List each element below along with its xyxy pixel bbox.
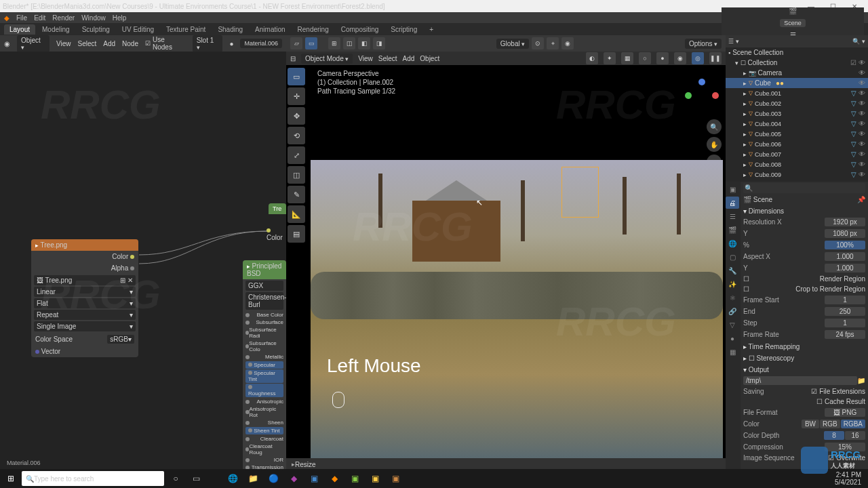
ptab-output-icon[interactable]: 🖨 [726,197,739,209]
viewport-canvas[interactable]: ▭ ✛ ✥ ⟲ ⤢ ◫ ✎ 📐 ▤ Camera Perspective (1)… [286,65,726,458]
ptab-texture-icon[interactable]: ▦ [726,346,739,358]
frame-start-input[interactable]: 1 [825,296,865,304]
menu-edit[interactable]: Edit [34,14,45,22]
shade-solid-icon[interactable]: ● [656,52,669,64]
snap-icon[interactable]: ⊞ [328,37,340,49]
taskbar-clock[interactable]: 2:41 PM 5/4/2021 [835,471,865,486]
orientation-dropdown[interactable]: Global ▾ [496,39,529,49]
bsdf-socket[interactable]: IOR [243,456,286,464]
file-ext-check[interactable]: ☑ File Extensions [811,388,865,395]
cache-result-check[interactable]: ☐ Cache Result [816,398,865,405]
image-selector[interactable]: 🖼 Tree.png⊞ ✕ [34,275,136,285]
bsdf-socket[interactable]: Specular Tint [245,369,283,383]
bsdf-sss-method[interactable]: Christensen-Burl [245,292,283,310]
add-tool[interactable]: ▤ [288,225,305,243]
ptab-material-icon[interactable]: ● [726,332,739,344]
menu-file[interactable]: File [16,14,27,22]
frame-rate-input[interactable]: 24 fps [825,330,865,339]
tab-modeling[interactable]: Modeling [37,24,75,35]
outliner-item[interactable]: ▸ ▽ Cube.005▽ 👁 [726,129,868,139]
nav-gizmo[interactable] [685,79,719,113]
start-button[interactable]: ⊞ [3,470,19,487]
ptab-modifier-icon[interactable]: 🔧 [726,264,739,277]
proportional-icon[interactable]: ◉ [561,37,574,49]
material-dropdown[interactable]: Material.006 [240,39,282,48]
outliner-camera[interactable]: ▸ 📷 Camera👁 [726,68,868,78]
res-x-input[interactable]: 1920 px [825,218,865,226]
bsdf-socket[interactable]: Specular [245,361,283,369]
object-mode-dropdown[interactable]: Object Mode ▾ [301,54,353,64]
tab-texture-paint[interactable]: Texture Paint [161,24,211,35]
bsdf-socket[interactable]: Clearcoat [243,435,286,443]
tab-animation[interactable]: Animation [250,24,290,35]
ne-menu-add[interactable]: Add [103,40,115,47]
colorspace-row[interactable]: Color SpacesRGB ▾ [31,333,138,346]
menu-render[interactable]: Render [52,14,75,22]
explorer-icon[interactable]: 📁 [244,470,262,487]
color-rgb-button[interactable]: RGB [820,420,840,428]
tab-add[interactable]: + [424,24,439,35]
bsdf-socket[interactable]: Sheen [243,419,286,426]
overwrite-check[interactable]: ☑ Overwrite [828,454,865,462]
bsdf-socket[interactable]: Subsurface Radi [243,326,286,340]
measure-tool[interactable]: 📐 [288,205,305,223]
bsdf-socket[interactable]: Anisotropic [243,398,286,405]
app1-icon[interactable]: ◆ [285,470,302,487]
shade-wire-icon[interactable]: ○ [639,52,651,64]
bsdf-distribution[interactable]: GGX [245,281,283,291]
zoom-icon[interactable]: 🔍 [707,119,722,134]
tab-uv-editing[interactable]: UV Editing [117,24,159,35]
use-nodes-checkbox[interactable]: ☑ Use Nodes [145,36,186,51]
compression-input[interactable]: 15% [825,443,865,451]
pan-icon[interactable]: ✋ [707,137,722,152]
taskbar-search[interactable]: 🔍 Type here to search [22,471,164,486]
ptab-world-icon[interactable]: 🌐 [726,237,739,249]
bsdf-socket[interactable]: Subsurface [243,319,286,326]
editor-type-icon[interactable]: ⊟ [290,55,296,62]
outliner-item[interactable]: ▸ ▽ Cube.008▽ 👁 [726,159,868,169]
vp-menu-select[interactable]: Select [378,55,397,62]
properties-search[interactable]: 🔍 [743,183,865,193]
tab-scripting[interactable]: Scripting [385,24,422,35]
selected-plane[interactable] [561,167,599,218]
dimensions-header[interactable]: ▾ Dimensions [743,205,865,216]
pause-render-icon[interactable]: ❚❚ [709,52,722,64]
ptab-mesh-icon[interactable]: ▽ [726,319,739,331]
outliner-cube-selected[interactable]: ▸ ▽ Cube●●👁 [726,78,868,88]
color-bw-button[interactable]: BW [802,420,819,428]
res-y-input[interactable]: 1080 px [825,229,865,238]
edge-icon[interactable]: 🌐 [224,470,241,487]
time-remap-header[interactable]: ▸ Time Remapping [743,340,865,352]
rotate-tool[interactable]: ⟲ [288,127,305,144]
frame-end-input[interactable]: 250 [825,307,865,316]
overlay-toggle-icon[interactable]: ◐ [586,52,598,64]
magnet-icon[interactable]: ⌖ [547,37,559,49]
scale-tool[interactable]: ⤢ [288,146,305,164]
ne-menu-view[interactable]: View [56,40,71,47]
cortana-icon[interactable]: ○ [167,470,184,487]
ne-menu-select[interactable]: Select [77,40,96,47]
xray-icon[interactable]: ▦ [621,52,633,64]
outliner-item[interactable]: ▸ ▽ Cube.009▽ 👁 [726,169,868,180]
vp-menu-view[interactable]: View [358,55,373,62]
app4-icon[interactable]: ▣ [366,470,384,487]
ptab-viewlayer-icon[interactable]: ☰ [726,210,739,222]
ext-selector[interactable]: Repeat▾ [34,310,136,320]
select-box-tool[interactable]: ▭ [288,68,305,85]
menu-help[interactable]: Help [113,14,127,22]
bsdf-socket[interactable]: Clearcoat Roug [243,443,286,456]
outliner-collection[interactable]: ▾ ☐ Collection☑ 👁 [726,58,868,68]
stereo-header[interactable]: ▸ ☐ Stereoscopy [743,352,865,363]
menu-window[interactable]: Window [81,14,106,22]
cursor-tool-icon[interactable]: ▱ [290,37,302,49]
options-dropdown[interactable]: Options ▾ [685,39,722,49]
frame-step-input[interactable]: 1 [825,319,865,327]
ne-menu-node[interactable]: Node [122,40,138,47]
tab-sculpting[interactable]: Sculpting [77,24,115,35]
bsdf-socket[interactable]: Anisotropic Rot [243,405,286,419]
outliner-item[interactable]: ▸ ▽ Cube.003▽ 👁 [726,108,868,119]
transform-tool[interactable]: ◫ [288,166,305,184]
image-texture-node[interactable]: ▸ Tree.png Color Alpha 🖼 Tree.png⊞ ✕ Lin… [31,239,138,357]
shade-matprev-icon[interactable]: ◉ [674,52,686,64]
scene-breadcrumb[interactable]: 🎬 Scene [743,196,772,203]
